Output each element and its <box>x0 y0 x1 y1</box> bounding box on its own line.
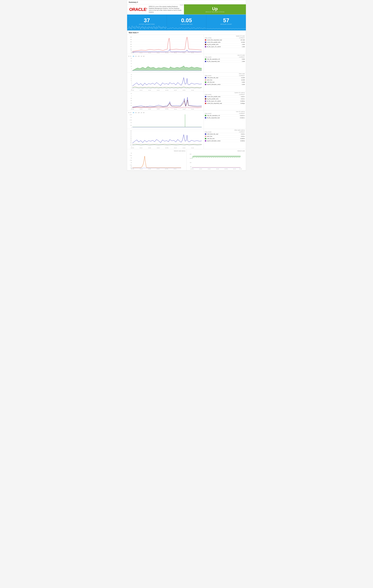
oracle-logo-text: ORACLE® <box>129 7 147 12</box>
legend-color-blue2 <box>205 61 206 62</box>
zoom-out-icon2[interactable]: ⊖ <box>130 112 131 114</box>
other-waits-legend-title: Other waits <box>205 73 245 75</box>
time-btn-6h[interactable]: 6h <box>135 55 137 57</box>
svg-text:04:30: 04:30 <box>183 109 185 110</box>
svg-text:.04: .04 <box>131 103 132 104</box>
legend-value-cfsr: 6.000μs <box>241 103 245 104</box>
svg-text:.08: .08 <box>131 98 132 99</box>
svg-text:03:45: 03:45 <box>216 168 219 169</box>
time-btn2-1d[interactable]: 1d <box>141 112 142 114</box>
main-page: Summary ▾ Oracle ORACLE® ORACLE is one o… <box>127 0 246 171</box>
svg-text:.014: .014 <box>130 132 132 134</box>
time-btn-2h[interactable]: 2h <box>132 55 134 57</box>
svg-text:0: 0 <box>131 70 132 72</box>
legend-row-disk: Disk_file_operations_I/O 9.000 <box>205 58 245 60</box>
other-waits-svg: 16 14 12 10 8 6 4 2 0 03 PM 03 <box>128 74 202 91</box>
svg-text:2: 2 <box>131 87 132 88</box>
system-io-legend-header: [wait_event]CURRENT <box>205 37 245 39</box>
svg-text:.016: .016 <box>130 130 132 132</box>
zoom-icon2[interactable]: ⊕ <box>128 112 129 114</box>
legend-row-asynch: asynch_descriptor_resize 6.000 <box>205 84 245 86</box>
other-waits-latency-legend: Other waits Latency [wait_event]CURRENT … <box>204 129 246 149</box>
network-waits-title: Network waits <box>188 150 245 152</box>
legend-row-latch2: latch_free 0.010 s <box>205 135 245 137</box>
svg-text:04:15: 04:15 <box>174 128 177 128</box>
svg-text:03:30: 03:30 <box>148 168 151 169</box>
svg-text:300: 300 <box>130 39 132 40</box>
svg-text:250: 250 <box>130 41 132 42</box>
svg-text:03:15: 03:15 <box>140 90 142 91</box>
svg-text:03:30: 03:30 <box>148 52 151 53</box>
legend-name-latch2: latch_free <box>207 136 240 137</box>
legend-name-cfsr: control_file_sequential_read <box>207 103 240 104</box>
svg-text:20: 20 <box>131 60 132 62</box>
legend-color-purple3 <box>205 100 206 102</box>
legend-color-darkred <box>205 44 206 45</box>
svg-text:1.5m: 1.5m <box>130 119 132 121</box>
time-btn-8d[interactable]: 8d <box>143 55 145 57</box>
svg-text:50: 50 <box>131 50 132 51</box>
network-latency-chart: Network waits latency 4μ 3.5μ 3μ 2.5μ 2μ… <box>127 149 187 170</box>
legend-row-lpw: log_file_parallel_write 0.014 s <box>205 98 245 100</box>
network-latency-title: Network waits latency <box>128 150 185 152</box>
svg-text:3.5μ: 3.5μ <box>130 155 132 156</box>
svg-text:.12: .12 <box>131 93 132 94</box>
svg-text:3μ: 3μ <box>131 157 132 158</box>
svg-text:0: 0 <box>131 127 132 128</box>
legend-name-adr-file2: ADR_file_lock <box>207 138 239 139</box>
svg-text:10: 10 <box>131 66 132 67</box>
wait-stats-label: Wait Stats <box>129 32 137 34</box>
svg-text:04 PM: 04 PM <box>165 128 168 128</box>
svg-text:04:30: 04:30 <box>239 168 242 169</box>
zoom-icon[interactable]: ⊕ <box>128 55 129 57</box>
legend-name-lpw: log_file_parallel_write <box>207 98 240 100</box>
svg-text:03 PM: 03 PM <box>131 147 134 148</box>
time-btn-1d[interactable]: 1d <box>141 55 142 57</box>
time-btn-12h[interactable]: 12h <box>137 55 140 57</box>
legend-color-blue3 <box>205 77 206 78</box>
wait-stats-header[interactable]: Wait Stats ▾ <box>127 31 246 35</box>
oracle-logo: ORACLE® <box>129 7 147 12</box>
summary-header[interactable]: Summary ▾ <box>127 0 246 4</box>
zoom-out-icon[interactable]: ⊖ <box>130 55 131 57</box>
svg-text:200: 200 <box>190 154 192 155</box>
time-btn2-8d[interactable]: 8d <box>143 112 145 114</box>
legend-row-cfsr: control_file_sequential_read 6.000μs <box>205 102 245 105</box>
svg-text:6: 6 <box>131 83 132 84</box>
legend-color-red2 <box>205 103 206 104</box>
svg-text:4: 4 <box>131 85 132 86</box>
legend-name-control-par: control_file_parallel_write <box>207 42 240 43</box>
legend-color-blue4 <box>205 96 206 97</box>
other-waits-latency-header: [wait_event]CURRENT <box>205 131 245 133</box>
legend-color-green3 <box>205 115 206 116</box>
legend-color-blue5 <box>205 117 206 118</box>
legend-row-control-seq: control_file_sequential_read 257.000 <box>205 39 245 41</box>
session-count-label: SESSION COUNT <box>209 23 244 25</box>
svg-text:03:30: 03:30 <box>148 72 151 72</box>
legend-color-pink <box>205 79 206 81</box>
svg-text:03:45: 03:45 <box>157 147 160 148</box>
svg-text:04:30: 04:30 <box>183 128 185 128</box>
svg-text:25: 25 <box>131 58 132 59</box>
user-io-latency-header: [wait_event]CURRENT <box>205 113 245 115</box>
time-btn2-2h[interactable]: 2h <box>132 112 134 114</box>
svg-text:10: 10 <box>131 80 132 81</box>
svg-text:5: 5 <box>131 68 132 70</box>
user-io-legend-title: User I/O waits <box>205 54 245 56</box>
user-io-latency-panel: ⊕ ⊖ • 2h 6h 12h 1d 8d 2.5m 2m 1.5m 1m .5… <box>127 110 246 129</box>
legend-row-control-par: control_file_parallel_write 24.000 <box>205 41 245 43</box>
wait-stats-chevron: ▾ <box>137 32 138 34</box>
legend-row-adr-file2: ADR_file_lock 6.000ms <box>205 137 245 140</box>
time-btn2-6h[interactable]: 6h <box>135 112 137 114</box>
time-btn2-12h[interactable]: 12h <box>137 112 140 114</box>
legend-row-dfo: Disk_file_operations_I/O 0.021m s <box>205 115 245 117</box>
other-waits-legend: Other waits [wait_event]CURRENT ADR_bloc… <box>204 73 246 91</box>
legend-value-db-seq: 2.000 <box>242 61 245 62</box>
legend-color-darkred2 <box>205 98 206 100</box>
svg-text:100: 100 <box>130 48 132 50</box>
other-waits-latency-chart-area: .016 .014 .012 .010 .008 .006 .004 .002 … <box>127 129 204 149</box>
metric-session-count: 57 SESSION COUNT <box>206 15 246 31</box>
svg-text:03 PM: 03 PM <box>131 90 134 91</box>
legend-value-control-seq: 257.000 <box>241 39 245 41</box>
user-io-latency-toolbar: ⊕ ⊖ • 2h 6h 12h 1d 8d <box>128 111 203 114</box>
